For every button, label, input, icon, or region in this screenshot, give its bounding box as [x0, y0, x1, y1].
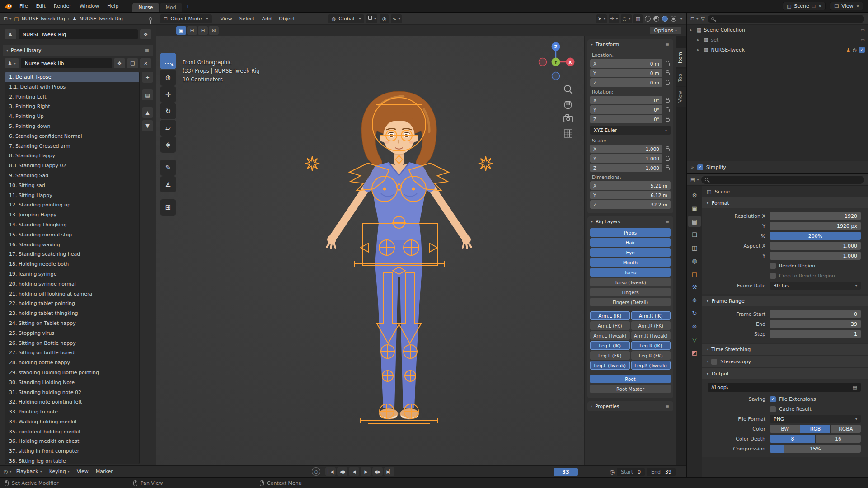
transform-dimensions-y-field[interactable]: Y6.12 m — [590, 191, 671, 199]
format-y-field[interactable]: 1920 px — [770, 222, 861, 230]
pose-list-item[interactable]: 36. Holding medkit on chest — [5, 436, 139, 446]
format-render-region-checkbox[interactable] — [770, 263, 776, 269]
pose-list-item[interactable]: 2. Pointing Left — [5, 92, 139, 102]
pose-list-item[interactable]: 28. holding bottle happy — [5, 358, 139, 368]
lock-icon[interactable] — [664, 80, 671, 85]
tool-add-cube[interactable]: ⊞ — [160, 199, 176, 216]
move-pose-down-button[interactable]: ▼ — [142, 120, 153, 131]
frame-end-field[interactable]: End39 — [647, 468, 676, 476]
rig-layer-leg-r-tweak[interactable]: Leg.R (Tweak) — [631, 361, 671, 370]
pose-list-item[interactable]: 27. Sitting on bottle bored — [5, 348, 139, 358]
format-aspect-x-field[interactable]: 1.000 — [770, 242, 861, 250]
tool-select-box[interactable] — [160, 53, 176, 69]
shading-material-button[interactable] — [662, 16, 668, 22]
pose-list-item[interactable]: 8.1 Standing Happy 02 — [5, 161, 139, 171]
select-mode-extend[interactable]: ⊞ — [187, 26, 197, 35]
pose-list-item[interactable]: 9. Standing Sad — [5, 171, 139, 181]
duplicate-library-icon[interactable]: ❏ — [127, 58, 138, 68]
rig-layer-arm-l-fk[interactable]: Arm.L (FK) — [590, 321, 630, 330]
properties-tab-world[interactable]: ◍ — [688, 255, 701, 267]
prev-keyframe-button[interactable]: ◀◆ — [337, 467, 347, 476]
transform-rotation-y-field[interactable]: Y0° — [590, 105, 662, 114]
transform-location-x-field[interactable]: X0 m — [590, 59, 662, 68]
disclosure-triangle-icon[interactable]: ▸ — [690, 28, 694, 32]
properties-tab-physics[interactable]: ↻ — [688, 307, 701, 319]
pose-list-item[interactable]: 5. Pointing down — [5, 122, 139, 131]
lock-icon[interactable] — [664, 98, 671, 103]
rig-layer-root-master[interactable]: Root Master — [590, 385, 671, 393]
chevron-expand-icon[interactable]: » — [691, 164, 694, 170]
shading-dropdown-icon[interactable]: ▾ — [680, 17, 682, 21]
rig-layer-leg-l-fk[interactable]: Leg.L (FK) — [590, 351, 630, 360]
tool-rotate[interactable]: ↻ — [160, 103, 176, 119]
axis-negative-x[interactable] — [539, 58, 547, 66]
pin-icon[interactable] — [149, 17, 152, 21]
properties-tab-object-data[interactable]: ▽ — [688, 333, 701, 345]
lock-icon[interactable] — [664, 70, 671, 75]
transform-scale-z-field[interactable]: Z1.000 — [590, 164, 662, 172]
monitor-icon[interactable]: ▭ — [861, 28, 865, 33]
filter-icon[interactable]: ▽ — [701, 16, 704, 22]
pose-list-item[interactable]: 24. Sitting on Tablet happy — [5, 319, 139, 328]
pose-list-item[interactable]: 37. sitting in front computer — [5, 446, 139, 456]
transform-panel-header[interactable]: ▾ Transform ≡ — [587, 39, 673, 49]
folder-icon[interactable]: ▤ — [853, 385, 857, 390]
output-color-option-rgb[interactable]: RGB — [800, 425, 830, 433]
rig-layer-hair[interactable]: Hair — [590, 238, 671, 247]
properties-tab-constraints[interactable]: ⊛ — [688, 320, 701, 332]
format--slider[interactable]: 200% — [770, 232, 861, 240]
frame-start-field[interactable]: Start0 — [617, 468, 645, 476]
timeline-menu-marker[interactable]: Marker — [92, 469, 117, 474]
disclosure-triangle-icon[interactable]: ▸ — [697, 38, 702, 42]
rig-layer-arm-r-ik[interactable]: Arm.R (IK) — [631, 311, 671, 320]
pose-list-item[interactable]: 3. Pointing Right — [5, 102, 139, 112]
tool-transform[interactable]: ◈ — [160, 136, 176, 153]
pose-library-panel-header[interactable]: ▾ Pose Library ≡ — [3, 45, 153, 56]
pose-list-item[interactable]: 6. Standing confident Normal — [5, 131, 139, 141]
armature-name-field[interactable]: NURSE-Tweek-Rig — [19, 29, 138, 39]
frame-range-end-field[interactable]: 39 — [770, 320, 861, 328]
format-y-field[interactable]: 1.000 — [770, 252, 861, 260]
lock-icon[interactable] — [664, 61, 671, 66]
transform-dimensions-x-field[interactable]: X5.21 m — [590, 181, 671, 190]
transform-location-z-field[interactable]: Z0 m — [590, 78, 662, 87]
pose-list-item[interactable]: 11. Sitting Happy — [5, 191, 139, 201]
output-color-option-rgba[interactable]: RGBA — [831, 425, 861, 433]
rotation-mode-dropdown[interactable]: XYZ Euler▾ — [590, 126, 671, 135]
output-color-depth-option-8[interactable]: 8 — [770, 435, 815, 443]
properties-panel-header[interactable]: › Properties ≡ — [587, 401, 673, 411]
properties-tab-scene[interactable]: ◫ — [688, 242, 701, 253]
editor-type-icon[interactable]: ▤▾ — [690, 177, 699, 183]
lock-icon[interactable] — [664, 146, 671, 151]
frame-range-frame-start-field[interactable]: 0 — [770, 310, 861, 318]
outliner-row-set[interactable]: ▸▦set▭ — [687, 35, 868, 45]
timeline-menu-keying[interactable]: Keying▾ — [46, 469, 73, 474]
new-scene-icon[interactable]: ❏ — [812, 4, 816, 9]
xray-toggle[interactable]: ▥ — [633, 14, 643, 23]
unlink-scene-icon[interactable]: ✕ — [818, 4, 822, 9]
selectability-visibility-dropdown[interactable]: ➤▾ — [596, 14, 607, 23]
pose-list-item[interactable]: 14. Standing Thingking — [5, 220, 139, 230]
pose-list-item[interactable]: 15. Standing normal stop — [5, 230, 139, 240]
fake-user-shield-icon[interactable]: ❖ — [140, 29, 151, 39]
tool-scale[interactable]: ▱ — [160, 120, 176, 136]
frame-range-step-field[interactable]: 1 — [770, 330, 861, 338]
rig-layer-torso-tweak[interactable]: Torso (Tweak) — [590, 278, 671, 286]
output-color-depth-option-16[interactable]: 16 — [816, 435, 861, 443]
move-pose-up-button[interactable]: ▲ — [142, 107, 153, 118]
outliner-row-nurse-tweek[interactable]: ▸▦NURSE-Tweek♟◎✓ — [687, 45, 868, 55]
properties-tab-tool[interactable]: ⚙ — [688, 189, 701, 201]
armature-data-icon[interactable]: ♟ — [5, 29, 16, 39]
proportional-falloff-dropdown[interactable]: ∿▾ — [391, 14, 401, 23]
current-frame-field[interactable]: 33 — [554, 468, 578, 476]
transform-scale-x-field[interactable]: X1.000 — [590, 145, 662, 153]
pose-list-item[interactable]: 10. Sitting sad — [5, 181, 139, 191]
pose-list-item[interactable]: 8. Standing Happy — [5, 151, 139, 161]
pose-library-type-icon[interactable]: ♟▾ — [5, 58, 19, 68]
select-mode-invert[interactable]: ⊠ — [209, 26, 219, 35]
pose-list-item[interactable]: 12. Standing pointing up — [5, 200, 139, 210]
properties-tab-view-layer[interactable]: ❏ — [688, 229, 701, 240]
rig-layer-arm-l-tweak[interactable]: Arm.L (Tweak) — [590, 331, 630, 340]
outliner-search-input[interactable] — [708, 15, 864, 23]
timeline-menu-view[interactable]: View — [73, 469, 92, 474]
